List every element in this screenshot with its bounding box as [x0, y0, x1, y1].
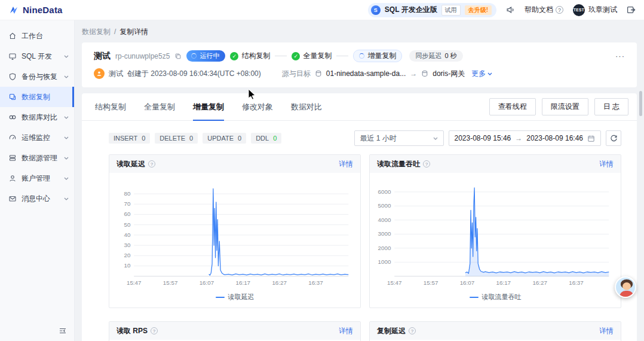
data-replication-icon [8, 93, 17, 101]
upgrade-link[interactable]: 去升级! [465, 5, 492, 15]
chart-plot: 10002000300040005000600015:4715:5716:071… [370, 173, 621, 291]
chevron-down-icon [64, 136, 69, 139]
sidebar-item-ops-monitor[interactable]: 运维监控 [0, 127, 74, 148]
date-arrow: → [515, 134, 522, 142]
help-docs-link[interactable]: 帮助文档 ? [525, 5, 563, 15]
console-switch-icon[interactable] [627, 5, 636, 14]
support-avatar[interactable] [615, 276, 636, 298]
creator-name: 测试 [109, 69, 123, 79]
sidebar-item-label: 运维监控 [22, 133, 50, 143]
legend-label: 读取延迟 [228, 293, 254, 302]
svg-text:15:57: 15:57 [424, 279, 438, 286]
arrow-right-icon: → [410, 69, 417, 78]
workbench-icon [8, 32, 17, 40]
svg-text:2000: 2000 [378, 245, 391, 251]
svg-text:15:47: 15:47 [127, 279, 142, 286]
chart-legend[interactable]: 读取流量吞吐 [370, 291, 621, 307]
chart-read-rps: 读取 RPS ? 详情 [109, 321, 361, 341]
check-icon: ✓ [292, 52, 300, 60]
user-menu[interactable]: TEST 玖章测试 [573, 4, 617, 16]
task-id: rp-cunuwplpe5z5 [115, 52, 170, 60]
svg-text:16:17: 16:17 [496, 279, 511, 286]
topbar-right: S SQL 开发企业版 试用 去升级! 帮助文档 ? TEST 玖章测试 [368, 3, 636, 17]
product-badge[interactable]: S SQL 开发企业版 试用 去升级! [368, 3, 496, 17]
detail-link[interactable]: 详情 [339, 326, 353, 336]
source-datasource[interactable]: 01-ninedata-sample-da... [326, 69, 406, 78]
view-threads-button[interactable]: 查看线程 [489, 98, 536, 115]
collapse-sidebar-button[interactable] [57, 325, 68, 336]
help-icon[interactable]: ? [148, 160, 155, 168]
time-range-select[interactable]: 最近 1 小时 [354, 130, 444, 146]
breadcrumb: 数据复制/复制详情 [75, 20, 644, 42]
more-actions-menu[interactable]: ··· [615, 51, 625, 60]
ninedata-logo[interactable]: NineData [8, 5, 63, 16]
sidebar-item-backup-restore[interactable]: 备份与恢复 [0, 66, 74, 87]
date-range-picker[interactable]: 2023-08-09 15:46 → 2023-08-09 16:46 [449, 130, 602, 146]
log-button[interactable]: 日 志 [594, 98, 628, 115]
time-controls: 最近 1 小时 2023-08-09 15:46 → 2023-08-09 16… [354, 130, 622, 146]
chart-replication-latency: 复制延迟 ? 详情 [369, 321, 621, 341]
sidebar-item-datasource[interactable]: 数据源管理 [0, 148, 74, 168]
help-icon[interactable]: ? [409, 327, 416, 334]
line-chart: 102030405060708015:4715:5716:0716:1716:2… [111, 176, 357, 291]
sidebar-item-message-center[interactable]: 消息中心 [0, 188, 74, 209]
delete-counter: DELETE0 [155, 133, 198, 144]
sidebar: 工作台 SQL 开发 备份与恢复 数据复制 数据库对比 运维监控 数 [0, 20, 75, 341]
chevron-down-icon [64, 55, 69, 58]
created-at: 创建于 2023-08-09 16:04:34(UTC +08:00) [127, 69, 261, 79]
ninedata-logo-icon [8, 5, 19, 16]
product-icon: S [371, 5, 381, 15]
chevron-down-icon [64, 75, 69, 78]
task-meta-row: 测试 创建于 2023-08-09 16:04:34(UTC +08:00) 源… [94, 68, 625, 79]
sync-delay-badge: 同步延迟 0 秒 [409, 50, 462, 62]
svg-text:4000: 4000 [378, 217, 391, 223]
target-datasource[interactable]: doris-网关 [433, 69, 465, 79]
message-center-icon [8, 194, 17, 203]
svg-text:16:27: 16:27 [272, 279, 287, 286]
announcement-icon[interactable] [506, 5, 515, 14]
tab-incremental-replication[interactable]: 增量复制 [193, 93, 224, 121]
help-icon[interactable]: ? [151, 327, 158, 334]
topbar: NineData S SQL 开发企业版 试用 去升级! 帮助文档 ? TEST… [0, 0, 644, 20]
tab-structure-replication[interactable]: 结构复制 [95, 93, 126, 121]
sidebar-item-data-replication[interactable]: 数据复制 [0, 87, 74, 107]
breadcrumb-section[interactable]: 数据复制 [82, 28, 111, 36]
ddl-counter: DDL0 [251, 133, 281, 144]
date-from: 2023-08-09 15:46 [455, 134, 511, 142]
detail-link[interactable]: 详情 [339, 159, 353, 169]
datasource-icon [8, 154, 17, 162]
svg-text:16:07: 16:07 [460, 279, 475, 286]
svg-text:3000: 3000 [378, 230, 391, 237]
chart-header: 读取延迟 ? 详情 [109, 155, 360, 173]
help-icon[interactable]: ? [423, 160, 430, 168]
chart-legend[interactable]: 读取延迟 [109, 291, 360, 307]
spinner-icon [359, 53, 364, 59]
org-name: 玖章测试 [588, 5, 617, 15]
tab-full-replication[interactable]: 全量复制 [144, 93, 175, 121]
person-icon [96, 70, 103, 77]
copy-icon[interactable] [174, 53, 182, 60]
detail-link[interactable]: 详情 [599, 326, 614, 336]
line-chart: 10002000300040005000600015:4715:5716:071… [371, 176, 617, 291]
refresh-button[interactable] [606, 130, 621, 146]
detail-link[interactable]: 详情 [599, 159, 614, 169]
tab-data-compare[interactable]: 数据对比 [291, 93, 322, 121]
more-toggle[interactable]: 更多 [471, 69, 492, 79]
sidebar-item-label: 工作台 [22, 31, 43, 41]
step-structure: ✓ 结构复制 [230, 51, 270, 61]
db-compare-icon [8, 113, 17, 121]
legend-line-icon [216, 297, 225, 298]
collapse-sidebar-icon [59, 327, 67, 335]
svg-text:15:47: 15:47 [387, 279, 402, 286]
detail-card: 结构复制 全量复制 增量复制 修改对象 数据对比 查看线程 限流设置 日 志 I… [82, 93, 637, 341]
rate-limit-button[interactable]: 限流设置 [542, 98, 588, 115]
sidebar-item-workbench[interactable]: 工作台 [0, 26, 74, 46]
svg-text:50: 50 [124, 221, 130, 228]
sidebar-item-account[interactable]: 账户管理 [0, 168, 74, 188]
sidebar-item-db-compare[interactable]: 数据库对比 [0, 107, 74, 127]
source-target-label: 源与目标 [282, 69, 311, 79]
tab-modify-objects[interactable]: 修改对象 [242, 93, 273, 121]
time-range-value: 最近 1 小时 [360, 133, 397, 144]
sidebar-item-sql-dev[interactable]: SQL 开发 [0, 46, 74, 66]
scrollbar-thumb[interactable] [639, 91, 642, 116]
